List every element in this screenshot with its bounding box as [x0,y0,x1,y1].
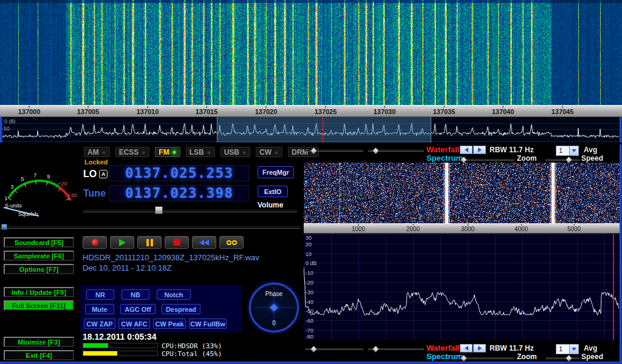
frequency-tick-label: 137015 [196,108,218,115]
slider-thumb[interactable] [565,354,573,362]
exit-button[interactable]: Exit [F4] [4,350,74,360]
volume-slider-track[interactable] [83,209,297,212]
dsp-row: CW ZAP CW AFC CW Peak CW FullBw [84,318,227,329]
brightness-slider-track-top[interactable] [305,150,363,152]
zoom-label-top: Zoom [517,154,537,163]
zoom-left-arrow-bottom[interactable] [460,344,473,352]
s-meter-scale-label: 7 [33,172,36,178]
options-button[interactable]: Options [F7] [4,264,74,274]
mode-label: CW [259,148,272,157]
average-count-value: 1 [556,146,569,155]
play-button[interactable] [110,236,134,249]
rewind-icon [199,240,209,246]
contrast-slider-track-top[interactable] [368,150,424,152]
mode-led-icon [242,150,247,155]
stop-icon [174,239,180,246]
despread-button[interactable]: Despread [162,304,200,314]
db-tick-label: -60 [306,318,313,324]
mode-label: AM [87,148,99,157]
cw-afc-button[interactable]: CW AFC [118,318,150,329]
frequency-tick-label: 137005 [77,108,100,115]
samplerate-button[interactable]: Samplerate [F6] [4,251,74,261]
record-button[interactable] [83,236,107,249]
af-frequency-scale[interactable]: 1000 2000 3000 4000 5000 [304,223,620,234]
cw-zap-button[interactable]: CW ZAP [84,318,115,329]
volume-slider-thumb[interactable] [155,206,163,214]
nb-button[interactable]: NB [121,289,149,300]
lo-frequency-display[interactable]: 0137.025.253 [109,165,249,181]
mode-button-usb[interactable]: USB [220,147,250,157]
stop-button[interactable] [165,236,189,249]
fullscreen-button[interactable]: Full Screen [F11] [4,300,74,311]
mode-label: LSB [190,148,204,157]
datetime-display: 18.12.2011 0:05:34 [83,332,156,342]
combo-arrow-icon[interactable] [569,146,578,155]
agc-button[interactable]: AGC Off [120,304,156,314]
main-frequency-scale[interactable]: 137000 137005 137010 137015 137020 13702… [0,105,622,117]
pause-button[interactable] [137,236,162,249]
af-waterfall[interactable] [304,163,620,223]
squelch-slider-thumb[interactable] [1,224,7,230]
rewind-button[interactable] [192,236,216,249]
speed-slider-track-bottom[interactable] [545,357,579,359]
cpu-hdsdr-bar [83,343,158,348]
brightness-slider-track-bottom[interactable] [305,348,363,350]
cw-peak-button[interactable]: CW Peak [153,318,186,329]
average-count-select-bottom[interactable]: 1 [556,344,579,354]
slider-thumb[interactable] [372,345,380,353]
phase-label: Phase [249,291,299,297]
main-waterfall[interactable] [0,0,622,105]
mode-button-ecss[interactable]: ECSS [115,147,150,157]
slider-thumb[interactable] [310,345,318,353]
avg-label-bottom: Avg [584,344,597,352]
phase-indicator: Phase 0 [249,283,299,332]
speed-slider-track-top[interactable] [545,159,579,161]
mode-button-am[interactable]: AM [84,147,110,157]
spectrum-toggle-top[interactable]: Spectrum [426,153,463,163]
soundcard-button[interactable]: Soundcard [F5] [4,237,74,248]
tune-label: Tune [83,188,106,199]
spectrum-toggle-bottom[interactable]: Spectrum [426,352,463,361]
combo-arrow-icon[interactable] [569,345,578,354]
zoom-right-arrow-top[interactable] [473,146,486,154]
frequency-tick-label: 137035 [433,108,456,115]
zoom-slider-track-bottom[interactable] [460,357,514,359]
notch-button[interactable]: Notch [157,289,191,300]
loop-button[interactable] [219,236,244,249]
mode-button-fm[interactable]: FM [155,147,180,157]
info-update-button[interactable]: Info / Update [F9] [4,287,74,297]
mode-led-icon [101,150,106,155]
squelch-slider-track[interactable] [0,225,300,229]
db-tick-label: -40 [306,299,313,305]
minimize-button[interactable]: Minimize [F3] [4,337,74,347]
mode-button-row: AM ECSS FM LSB USB CW DRM [84,147,319,157]
frequency-tick-label: 3000 [461,226,474,232]
slider-thumb[interactable] [372,147,380,155]
average-count-select-top[interactable]: 1 [556,146,579,156]
frequency-tick-label: 137045 [552,108,574,115]
frequency-tick-label: 4000 [514,226,528,232]
frequency-tick-label: 5000 [567,226,581,232]
mode-button-cw[interactable]: CW [256,147,282,157]
mute-button[interactable]: Mute [85,304,114,314]
zoom-left-arrow-top[interactable] [460,146,473,154]
freqmgr-button[interactable]: FreqMgr [258,166,294,178]
lo-lock-badge[interactable]: A [99,170,108,178]
speed-label-top: Speed [581,154,603,163]
nr-button[interactable]: NR [86,289,114,300]
mode-button-lsb[interactable]: LSB [186,147,215,157]
cw-fullbw-button[interactable]: CW FullBw [189,318,227,329]
af-spectrum[interactable] [304,234,620,340]
frequency-tick-label: 137025 [315,108,337,115]
recording-filename: HDSDR_20111210_120938Z_137025kHz_RF.wav [83,253,259,262]
extio-button[interactable]: ExtIO [258,186,288,197]
contrast-slider-track-bottom[interactable] [368,348,424,350]
waterfall-toggle-bottom[interactable]: Waterfall [426,343,459,352]
passband-selection[interactable] [217,117,431,143]
tune-frequency-display[interactable]: 0137.023.398 [109,185,249,201]
zoom-right-arrow-bottom[interactable] [473,344,486,352]
db-tick-label: 0 dB [306,260,317,266]
waterfall-toggle-top[interactable]: Waterfall [426,145,459,154]
zoom-slider-track-top[interactable] [460,159,514,161]
frequency-tick-label: 137030 [374,108,396,115]
